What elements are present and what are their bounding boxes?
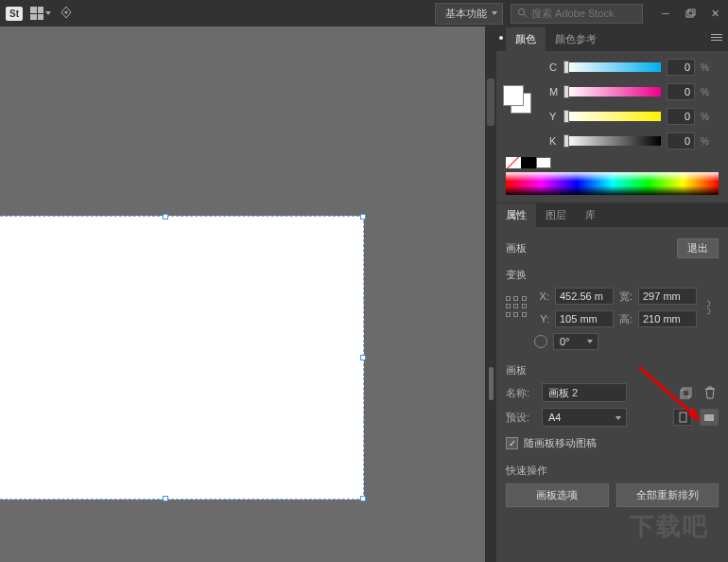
preset-label: 预设: [506,411,534,425]
tab-color[interactable]: 颜色 [506,27,546,51]
svg-rect-3 [686,11,693,17]
percent-label: % [701,136,709,147]
portrait-orientation-button[interactable] [673,409,692,426]
percent-label: % [701,87,709,97]
chevron-down-icon [492,11,497,15]
cyan-label: C [549,61,561,73]
watermark: 下载吧 [630,510,709,543]
yellow-label: Y [549,111,561,122]
name-label: 名称: [506,386,534,400]
cyan-input[interactable] [667,59,695,76]
move-artwork-checkbox[interactable]: ✓ [506,437,518,449]
artboard[interactable] [0,216,364,500]
move-artwork-label: 随画板移动图稿 [524,436,597,450]
resize-handle-se[interactable] [360,496,366,501]
svg-rect-8 [704,414,714,421]
resize-handle-ne[interactable] [360,214,366,220]
svg-rect-4 [688,9,695,15]
height-input[interactable] [638,310,697,327]
workspace-label: 基本功能 [445,8,487,19]
slider-knob[interactable] [563,85,569,98]
reference-point-selector[interactable] [506,296,529,319]
slider-knob[interactable] [563,110,569,123]
close-button[interactable]: ✕ [707,7,722,20]
preset-dropdown[interactable]: A4 [542,408,627,427]
right-panels: 颜色 颜色参考 C % M % Y [496,26,728,562]
search-icon [517,8,528,20]
landscape-orientation-button[interactable] [700,409,719,426]
canvas-area[interactable]: 板 2 [0,26,485,562]
stock-badge[interactable]: St [6,7,23,21]
black-slider[interactable] [566,136,661,146]
rotate-icon [534,335,547,348]
width-label: 宽: [619,290,633,304]
black-label: K [549,135,561,147]
svg-rect-5 [681,390,689,398]
white-swatch[interactable] [536,157,551,168]
delete-artboard-icon[interactable] [702,384,719,401]
fill-stroke-swatches[interactable] [503,85,524,106]
panel-collapse-toggle[interactable] [487,79,494,126]
artboard-options-button[interactable]: 画板选项 [506,483,609,507]
artboard-section-title: 画板 [506,363,719,378]
rotate-dropdown[interactable]: 0° [553,333,598,350]
workspace-dropdown[interactable]: 基本功能 [435,3,503,25]
chevron-down-icon [45,11,51,15]
svg-point-1 [518,9,524,14]
black-swatch[interactable] [521,157,536,168]
artboard-name-input[interactable] [542,383,627,402]
cyan-slider[interactable] [566,62,661,72]
search-input[interactable] [531,8,636,19]
resize-handle-n[interactable] [163,214,168,220]
svg-line-2 [524,14,527,17]
transform-section-title: 变换 [506,268,719,282]
svg-rect-7 [680,413,686,422]
link-wh-icon[interactable] [701,298,714,317]
maximize-button[interactable] [683,7,698,20]
quick-actions-title: 快速操作 [506,464,719,478]
properties-panel-tabs: 属性 图层 库 [496,202,728,227]
magenta-slider[interactable] [566,87,661,97]
percent-label: % [701,112,709,122]
color-panel: C % M % Y % K % [496,51,728,202]
magenta-input[interactable] [667,83,695,100]
color-spectrum[interactable] [506,172,719,195]
yellow-input[interactable] [667,108,695,125]
resize-handle-s[interactable] [163,496,168,501]
slider-knob[interactable] [563,61,569,74]
tab-layers[interactable]: 图层 [536,203,576,227]
height-label: 高: [619,312,633,326]
gpu-preview-icon[interactable] [59,5,74,22]
slider-knob[interactable] [563,134,569,148]
x-input[interactable] [555,288,614,305]
tab-properties[interactable]: 属性 [496,203,536,227]
percent-label: % [701,62,709,73]
search-box[interactable] [511,4,643,24]
tab-libraries[interactable]: 库 [576,203,605,227]
yellow-slider[interactable] [566,112,661,121]
artboard-header-label: 画板 [506,241,527,255]
black-input[interactable] [667,132,695,149]
tab-color-guide[interactable]: 颜色参考 [546,27,606,51]
panel-indicator-icon [499,36,503,40]
new-artboard-icon[interactable] [677,384,694,401]
arrange-documents-button[interactable] [30,7,51,20]
color-panel-tabs: 颜色 颜色参考 [496,26,728,51]
rearrange-all-button[interactable]: 全部重新排列 [616,483,719,507]
svg-point-0 [65,11,68,14]
width-input[interactable] [638,288,697,305]
top-menubar: St 基本功能 ─ ✕ [0,0,728,26]
scrollbar-thumb[interactable] [489,367,494,400]
panel-divider [485,26,496,562]
minimize-button[interactable]: ─ [658,7,673,20]
svg-rect-6 [683,388,691,396]
x-label: X: [536,290,549,302]
y-label: Y: [536,313,549,325]
exit-artboard-button[interactable]: 退出 [677,238,719,258]
y-input[interactable] [555,310,614,327]
fill-swatch[interactable] [503,85,524,106]
resize-handle-e[interactable] [360,355,366,360]
none-swatch[interactable] [506,157,521,168]
panel-menu-icon[interactable] [711,34,722,41]
quick-swatch-row [506,157,719,168]
